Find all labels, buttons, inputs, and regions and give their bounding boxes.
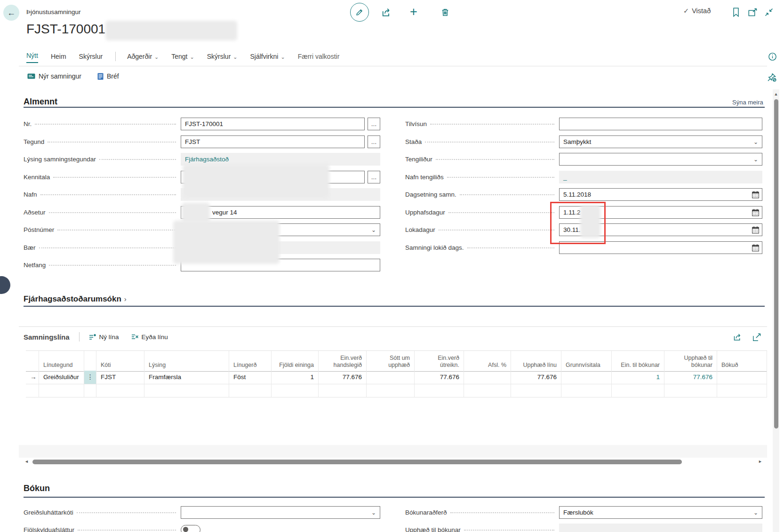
vertical-scroll-thumb[interactable] — [774, 99, 778, 429]
samningi-lokid-label: Samningi lokið dags. — [405, 244, 464, 251]
show-more-link[interactable]: Sýna meira — [732, 99, 763, 106]
lines-share-button[interactable] — [732, 332, 744, 342]
edit-button[interactable] — [350, 3, 369, 22]
nr-field[interactable]: FJST-170001 — [181, 118, 365, 130]
table-row-empty[interactable] — [26, 384, 767, 397]
chevron-down-icon[interactable]: ⌄ — [753, 139, 758, 145]
col-ein-til-bokunar[interactable]: Ein. til bókunar — [612, 351, 664, 371]
saved-label: Vistað — [692, 7, 711, 15]
new-button[interactable]: + — [408, 5, 420, 19]
info-button[interactable] — [767, 51, 777, 62]
adsetur-field[interactable]: vegur 14 — [181, 206, 380, 219]
lines-part-header: Samningslína Ný lína Eyða línu — [24, 330, 168, 344]
new-line-button[interactable]: Ný lína — [89, 333, 119, 341]
collapse-window-button[interactable] — [763, 7, 775, 17]
scroll-left-arrow[interactable]: ◄ — [24, 460, 29, 464]
stada-field[interactable]: Samþykkt⌄ — [559, 135, 762, 148]
table-row[interactable]: → Greiðsluliður ⋮ FJST Framfærsla Föst 1… — [26, 371, 767, 384]
col-koti[interactable]: Kóti — [96, 351, 144, 371]
chevron-down-icon[interactable]: ⌄ — [753, 157, 758, 162]
calendar-icon[interactable] — [752, 244, 760, 252]
col-upphaed-til-bokunar[interactable]: Upphæð til bókunar — [664, 351, 717, 371]
cell-ein-til-bokunar[interactable]: 1 — [612, 371, 664, 384]
cell-einverd-utreikn[interactable]: 77.676 — [415, 371, 464, 384]
bokunaradferd-field[interactable]: Færslubók⌄ — [559, 506, 762, 519]
cell-fjoldi-eininga[interactable]: 1 — [272, 371, 319, 384]
tab-skyrslur[interactable]: Skýrslur — [79, 53, 103, 63]
section-title-fjarhagsadstodarumsokn[interactable]: Fjárhagsaðstoðarumsókn› — [24, 294, 127, 304]
dotted-leader — [77, 512, 176, 513]
letter-action[interactable]: Bréf — [97, 72, 119, 80]
greidsluhattarkoti-field[interactable]: ⌄ — [181, 506, 380, 519]
postnumer-label: Póstnúmer — [24, 226, 54, 233]
dotted-leader — [464, 530, 554, 531]
vertical-scrollbar[interactable]: ▲ — [773, 89, 779, 532]
chevron-down-icon[interactable]: ⌄ — [753, 510, 758, 516]
tab-heim[interactable]: Heim — [51, 53, 66, 63]
bookmark-button[interactable] — [731, 7, 741, 18]
side-panel-handle[interactable] — [0, 276, 10, 294]
menu-tengt[interactable]: Tengt⌄ — [171, 53, 194, 63]
delete-line-button[interactable]: Eyða línu — [131, 333, 168, 341]
horizontal-scrollbar[interactable]: ◄ ► — [19, 459, 767, 465]
chevron-down-icon[interactable]: ⌄ — [371, 510, 376, 516]
row-menu-button[interactable]: ⋮ — [84, 371, 96, 384]
check-icon: ✓ — [683, 7, 689, 15]
fjolskylduafslattur-toggle[interactable] — [181, 525, 200, 532]
menu-sjalfvirkni[interactable]: Sjálfvirkni⌄ — [250, 53, 285, 63]
cell-grunnvisitala[interactable] — [561, 371, 612, 384]
col-afsl[interactable]: Afsl. % — [464, 351, 511, 371]
col-grunnvisitala[interactable]: Grunnvísitala — [561, 351, 612, 371]
menu-skyrslur-dropdown[interactable]: Skýrslur⌄ — [207, 53, 238, 63]
col-bokud[interactable]: Bókuð — [717, 351, 767, 371]
cell-lysing[interactable]: Framfærsla — [144, 371, 229, 384]
letter-document-icon — [97, 73, 104, 80]
cell-koti[interactable]: FJST — [96, 371, 144, 384]
nr-assist-button[interactable]: … — [368, 118, 380, 130]
menu-faerri-valkostir[interactable]: Færri valkostir — [298, 53, 340, 63]
share-button[interactable] — [381, 7, 392, 18]
delete-button[interactable] — [440, 7, 451, 18]
open-in-new-window-button[interactable] — [747, 7, 759, 17]
col-fjoldi-eininga[interactable]: Fjöldi eininga — [272, 351, 319, 371]
cell-linutegund[interactable]: Greiðsluliður — [39, 371, 84, 384]
cell-sott-um-upphaed[interactable] — [367, 371, 415, 384]
col-linugerd[interactable]: Línugerð — [229, 351, 272, 371]
new-contract-action[interactable]: Nýr samningur — [27, 72, 81, 80]
scroll-right-arrow[interactable]: ► — [758, 460, 762, 464]
calendar-icon[interactable] — [752, 208, 760, 216]
unpin-button[interactable] — [766, 71, 777, 83]
tilvisun-field[interactable] — [559, 118, 762, 130]
tengilidur-field[interactable]: ⌄ — [559, 153, 762, 166]
section-rule — [24, 306, 765, 307]
scroll-up-arrow[interactable]: ▲ — [773, 89, 779, 96]
calendar-icon[interactable] — [752, 226, 760, 234]
back-button[interactable]: ← — [3, 5, 19, 21]
col-linutegund[interactable]: Línutegund — [39, 351, 84, 371]
cell-upphaed-linu[interactable]: 77.676 — [511, 371, 561, 384]
lokadagur-label: Lokadagur — [405, 226, 435, 233]
tegund-field[interactable]: FJST — [181, 135, 365, 148]
cell-bokud[interactable] — [717, 371, 767, 384]
col-upphaed-linu[interactable]: Upphæð línu — [511, 351, 561, 371]
cell-einverd-handslegid[interactable]: 77.676 — [319, 371, 367, 384]
menu-adgerdir[interactable]: Aðgerðir⌄ — [127, 53, 159, 63]
tab-nytt[interactable]: Nýtt — [26, 52, 38, 63]
col-lysing[interactable]: Lýsing — [144, 351, 229, 371]
unpin-icon — [767, 72, 776, 82]
calendar-icon[interactable] — [752, 191, 760, 199]
horizontal-scroll-thumb[interactable] — [32, 460, 682, 464]
chevron-down-icon[interactable]: ⌄ — [371, 227, 376, 233]
new-line-icon — [89, 333, 96, 340]
kennitala-assist-button[interactable]: … — [368, 171, 380, 183]
tegund-assist-button[interactable]: … — [368, 135, 380, 148]
col-einverd-utreikn[interactable]: Ein.verð útreikn. — [415, 351, 464, 371]
col-sott-um-upphaed[interactable]: Sótt um upphæð — [367, 351, 415, 371]
cell-linugerd[interactable]: Föst — [229, 371, 272, 384]
col-einverd-handslegid[interactable]: Ein.verð handslegið — [319, 351, 367, 371]
cell-afsl[interactable] — [464, 371, 511, 384]
cell-upphaed-til-bokunar[interactable]: 77.676 — [664, 371, 717, 384]
nafn-label: Nafn — [24, 191, 37, 198]
dagsetning-samn-field[interactable]: 5.11.2018 — [559, 188, 762, 201]
lines-expand-button[interactable] — [751, 332, 762, 342]
